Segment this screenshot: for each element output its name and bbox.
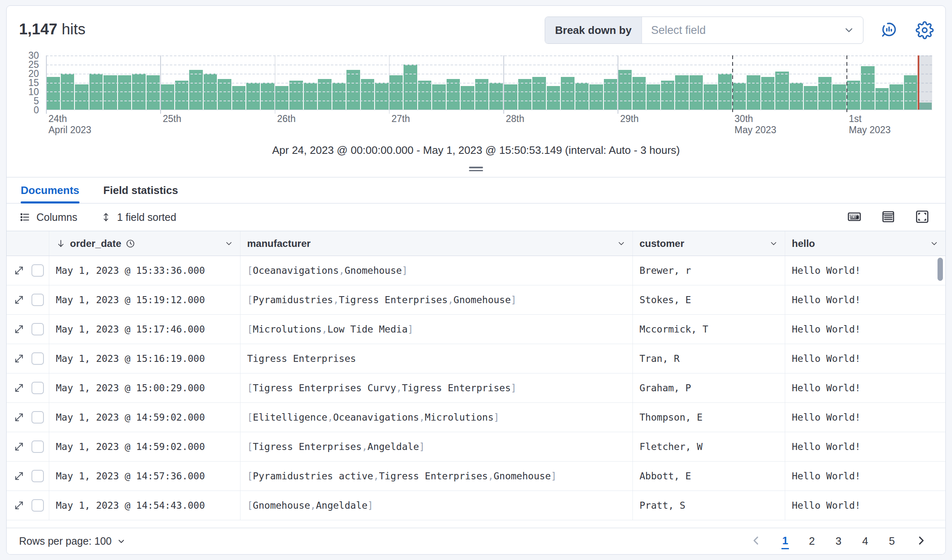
- tab-documents[interactable]: Documents: [21, 177, 79, 203]
- cell-manufacturer[interactable]: [Pyramidustries, Tigress Enterprises, Gn…: [240, 285, 632, 314]
- histogram-bar[interactable]: [518, 79, 532, 110]
- cell-order-date[interactable]: May 1, 2023 @ 15:17:46.000: [49, 315, 240, 344]
- histogram-bar[interactable]: [389, 75, 403, 110]
- breakdown-field-select[interactable]: Break down by Select field: [545, 17, 863, 44]
- histogram-bar[interactable]: [690, 75, 703, 110]
- page-number-button[interactable]: 2: [808, 534, 815, 549]
- row-checkbox[interactable]: [31, 382, 44, 394]
- histogram-bar[interactable]: [189, 70, 203, 110]
- histogram-bar[interactable]: [432, 84, 446, 110]
- histogram-bar[interactable]: [103, 75, 117, 110]
- cell-customer[interactable]: Abbott, E: [632, 462, 785, 491]
- histogram-bar[interactable]: [847, 81, 861, 110]
- cell-customer[interactable]: Pratt, S: [632, 491, 785, 520]
- histogram-bar[interactable]: [246, 83, 260, 110]
- histogram-bar[interactable]: [175, 81, 189, 110]
- sort-fields-button[interactable]: 1 field sorted: [101, 211, 176, 223]
- cell-customer[interactable]: Mccormick, T: [632, 315, 785, 344]
- cell-customer[interactable]: Fletcher, W: [632, 432, 785, 461]
- expand-row-icon[interactable]: [13, 265, 25, 276]
- cell-hello[interactable]: Hello World!: [785, 256, 945, 285]
- cell-hello[interactable]: Hello World!: [785, 315, 945, 344]
- fullscreen-button[interactable]: [915, 209, 930, 225]
- histogram-bar[interactable]: [818, 77, 832, 110]
- cell-customer[interactable]: Graham, P: [632, 373, 785, 402]
- histogram-bar[interactable]: [790, 83, 803, 110]
- histogram-bar[interactable]: [675, 75, 689, 110]
- previous-page-button[interactable]: [750, 534, 762, 548]
- cell-manufacturer[interactable]: Tigress Enterprises: [240, 344, 632, 373]
- histogram-bar[interactable]: [604, 79, 618, 110]
- histogram-bar[interactable]: [289, 81, 303, 110]
- histogram-bar[interactable]: [747, 75, 760, 110]
- histogram-bar[interactable]: [275, 86, 289, 110]
- cell-manufacturer[interactable]: [Pyramidustries active, Tigress Enterpri…: [240, 462, 632, 491]
- cell-order-date[interactable]: May 1, 2023 @ 14:57:36.000: [49, 462, 240, 491]
- expand-row-icon[interactable]: [13, 353, 25, 364]
- cell-customer[interactable]: Brewer, r: [632, 256, 785, 285]
- histogram-bar[interactable]: [404, 65, 417, 110]
- histogram-bar[interactable]: [804, 86, 817, 110]
- expand-row-icon[interactable]: [13, 470, 25, 482]
- histogram-bar[interactable]: [647, 84, 660, 110]
- cell-order-date[interactable]: May 1, 2023 @ 14:59:02.000: [49, 432, 240, 461]
- histogram-bar[interactable]: [504, 84, 517, 110]
- cell-manufacturer[interactable]: [Tigress Enterprises Curvy, Tigress Ente…: [240, 373, 632, 402]
- cell-customer[interactable]: Thompson, E: [632, 403, 785, 432]
- row-checkbox[interactable]: [31, 499, 44, 512]
- grid-header-manufacturer[interactable]: manufacturer: [240, 231, 632, 256]
- expand-row-icon[interactable]: [13, 500, 25, 511]
- histogram-bar[interactable]: [904, 75, 918, 110]
- cell-manufacturer[interactable]: [Gnomehouse, Angeldale]: [240, 491, 632, 520]
- edit-visualization-button[interactable]: [879, 20, 899, 40]
- expand-row-icon[interactable]: [13, 441, 25, 452]
- row-checkbox[interactable]: [31, 470, 44, 482]
- cell-hello[interactable]: Hello World!: [785, 285, 945, 314]
- grid-header-customer[interactable]: customer: [632, 231, 785, 256]
- histogram-bar[interactable]: [733, 83, 746, 110]
- histogram-bar[interactable]: [575, 83, 589, 110]
- expand-row-icon[interactable]: [13, 382, 25, 394]
- cell-manufacturer[interactable]: [Microlutions, Low Tide Media]: [240, 315, 632, 344]
- page-number-button[interactable]: 4: [861, 534, 869, 549]
- page-number-button[interactable]: 3: [835, 534, 842, 549]
- histogram-bar[interactable]: [46, 77, 60, 110]
- histogram-bar[interactable]: [889, 84, 903, 110]
- cell-customer[interactable]: Stokes, E: [632, 285, 785, 314]
- cell-manufacturer[interactable]: [Oceanavigations, Gnomehouse]: [240, 256, 632, 285]
- histogram-bar[interactable]: [147, 75, 160, 110]
- histogram-bar[interactable]: [561, 77, 575, 110]
- cell-order-date[interactable]: May 1, 2023 @ 15:33:36.000: [49, 256, 240, 285]
- histogram-bar[interactable]: [261, 83, 274, 110]
- display-options-button[interactable]: [881, 209, 896, 225]
- row-checkbox[interactable]: [31, 440, 44, 453]
- row-checkbox[interactable]: [31, 352, 44, 365]
- resize-drag-handle[interactable]: [469, 165, 483, 173]
- histogram-bar[interactable]: [332, 83, 346, 110]
- histogram-bar[interactable]: [232, 86, 246, 110]
- histogram-bar[interactable]: [447, 79, 460, 110]
- cell-hello[interactable]: Hello World!: [785, 373, 945, 402]
- cell-order-date[interactable]: May 1, 2023 @ 15:00:29.000: [49, 373, 240, 402]
- grid-header-hello[interactable]: hello: [785, 231, 945, 256]
- cell-order-date[interactable]: May 1, 2023 @ 14:54:43.000: [49, 491, 240, 520]
- keyboard-shortcuts-button[interactable]: [847, 209, 862, 225]
- histogram-bar[interactable]: [661, 81, 675, 110]
- row-checkbox[interactable]: [31, 323, 44, 335]
- histogram-bar[interactable]: [589, 84, 603, 110]
- next-page-button[interactable]: [915, 534, 927, 548]
- histogram-bar[interactable]: [704, 84, 717, 110]
- histogram-bar[interactable]: [118, 75, 132, 110]
- row-checkbox[interactable]: [31, 294, 44, 306]
- histogram-bar[interactable]: [75, 84, 89, 110]
- cell-manufacturer[interactable]: [Elitelligence, Oceanavigations, Microlu…: [240, 403, 632, 432]
- chart-options-button[interactable]: [915, 20, 935, 40]
- page-number-button[interactable]: 5: [888, 534, 896, 549]
- vertical-scrollbar-thumb[interactable]: [938, 258, 943, 281]
- expand-row-icon[interactable]: [13, 323, 25, 335]
- histogram-bar[interactable]: [861, 66, 875, 110]
- histogram-bar[interactable]: [461, 86, 474, 110]
- columns-button[interactable]: Columns: [19, 211, 77, 223]
- cell-order-date[interactable]: May 1, 2023 @ 15:19:12.000: [49, 285, 240, 314]
- histogram-bar[interactable]: [489, 83, 503, 110]
